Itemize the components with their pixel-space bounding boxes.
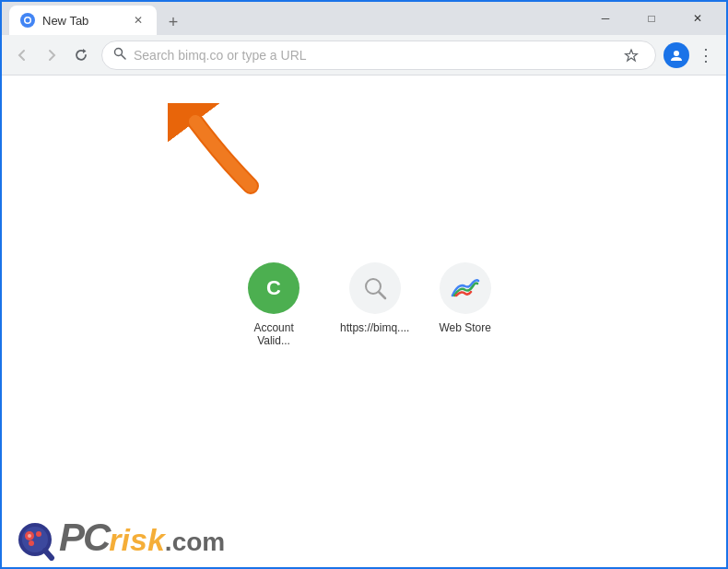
watermark-com: .com [165, 528, 225, 557]
shortcut-webstore-icon [440, 262, 491, 314]
watermark-pc: PC [59, 516, 109, 560]
shortcut-account-icon: C [248, 262, 299, 314]
tab-area: New Tab ✕ + [9, 2, 584, 35]
tab-close-button[interactable]: ✕ [131, 13, 146, 28]
close-button[interactable]: ✕ [676, 4, 719, 33]
address-search-icon [113, 47, 126, 63]
address-bar[interactable]: Search bimq.co or type a URL [101, 41, 656, 70]
svg-point-15 [29, 540, 34, 546]
minimize-button[interactable]: ─ [584, 4, 627, 33]
svg-marker-6 [626, 50, 638, 61]
maximize-button[interactable]: □ [630, 4, 673, 33]
address-placeholder-text: Search bimq.co or type a URL [134, 48, 611, 63]
svg-point-17 [28, 534, 31, 538]
svg-line-5 [122, 55, 126, 60]
watermark-logo [11, 514, 59, 562]
svg-point-14 [36, 531, 41, 537]
watermark-text: PC risk .com [59, 516, 225, 560]
shortcuts-area: C Account Valid... https://bimq.... Web … [229, 255, 499, 354]
svg-marker-3 [83, 49, 87, 53]
window-controls: ─ □ ✕ [584, 4, 719, 33]
shortcut-bimq-label: https://bimq.... [340, 321, 409, 334]
new-tab-button[interactable]: + [160, 9, 186, 35]
shortcut-account-label: Account Valid... [237, 321, 311, 347]
svg-point-2 [26, 18, 30, 23]
page-content: C Account Valid... https://bimq.... Web … [2, 75, 726, 569]
title-bar: New Tab ✕ + ─ □ ✕ [2, 2, 726, 35]
shortcut-account-valid[interactable]: C Account Valid... [229, 255, 318, 354]
toolbar: Search bimq.co or type a URL ⋮ [2, 35, 726, 75]
tab-favicon [20, 13, 35, 28]
watermark-risk: risk [109, 522, 165, 558]
refresh-button[interactable] [68, 42, 94, 68]
bookmark-star-button[interactable] [618, 42, 644, 68]
shortcut-webstore-label: Web Store [439, 321, 490, 334]
shortcut-bimq-icon [349, 262, 401, 314]
svg-line-16 [45, 551, 52, 558]
chrome-menu-button[interactable]: ⋮ [693, 42, 719, 68]
shortcut-web-store[interactable]: Web Store [431, 255, 498, 354]
back-button[interactable] [9, 42, 35, 68]
svg-point-7 [674, 51, 679, 56]
active-tab[interactable]: New Tab ✕ [9, 6, 157, 35]
arrow-annotation [168, 103, 278, 195]
svg-line-10 [379, 292, 385, 298]
watermark: PC risk .com [11, 514, 225, 562]
profile-button[interactable] [663, 42, 689, 68]
forward-button[interactable] [39, 42, 65, 68]
tab-title: New Tab [42, 14, 123, 28]
shortcut-bimq[interactable]: https://bimq.... [333, 255, 417, 354]
